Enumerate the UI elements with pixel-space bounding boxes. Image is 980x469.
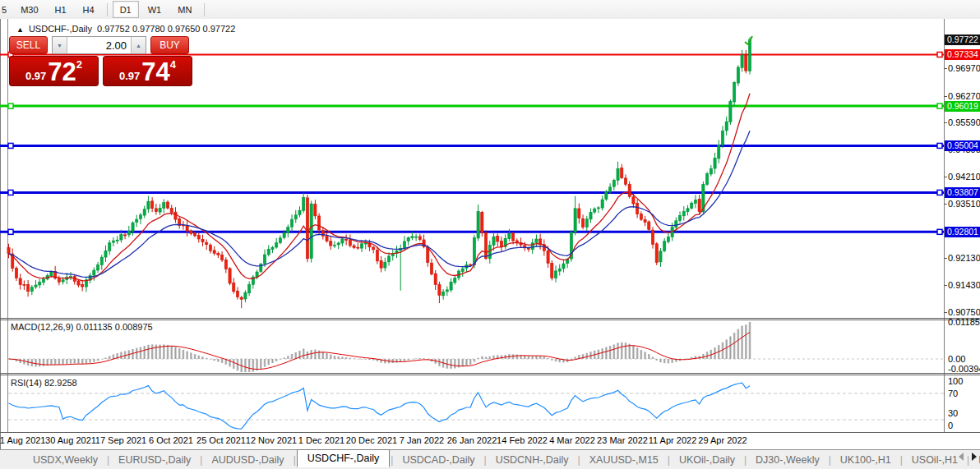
macd-label: MACD(12,26,9) 0.011135 0.008975: [11, 322, 153, 332]
buy-quote-box[interactable]: 0.97 74 4: [103, 56, 192, 86]
ohlc-low: 0.97650: [168, 24, 201, 34]
tab-divider: |: [829, 454, 831, 466]
tab-divider: |: [484, 454, 487, 466]
one-click-trade-panel: SELL ▼ 2.00 ▲ BUY 0.97 72 2 0.97 74 4: [9, 36, 195, 86]
date-axis-label: 1 Dec 2021: [298, 435, 344, 445]
tab-divider: |: [668, 454, 670, 466]
level-price-badge: 0.92801: [945, 227, 980, 237]
ohlc-high: 0.97780: [132, 24, 165, 34]
tab-divider: |: [900, 454, 903, 466]
current-price-badge: 0.97722: [945, 34, 980, 45]
timeframe-button-m30[interactable]: M30: [13, 1, 45, 18]
buy-price-main: 74: [141, 60, 169, 85]
rsi-axis-label: 70: [948, 389, 958, 398]
buy-price-prefix: 0.97: [119, 70, 140, 82]
chart-title: ▲USDCHF-,Daily 0.97752 0.97780 0.97650 0…: [16, 24, 235, 34]
tab-divider: |: [744, 454, 747, 466]
chart-symbol: USDCHF-,Daily: [29, 24, 92, 34]
rsi-pane-border: [0, 432, 980, 433]
chart-tab-dj30-weekly[interactable]: DJ30-,Weekly: [747, 452, 828, 468]
price-axis-tick: 0.96970: [948, 63, 980, 73]
timeframe-button-d1[interactable]: D1: [113, 1, 139, 18]
level-price-badge: 0.95004: [945, 140, 980, 151]
date-axis-label: 23 Mar 2022: [597, 435, 648, 445]
date-axis-label: 17 Sep 2021: [95, 435, 146, 445]
chart-tab-usdcnh-daily[interactable]: USDCNH-,Daily: [488, 452, 577, 468]
tab-scroll-left-icon[interactable]: [959, 453, 964, 461]
chart-tab-usoil-h1[interactable]: USOil-,H1: [904, 452, 966, 468]
rsi-axis-label: 100: [948, 376, 963, 386]
timeframe-button-h4[interactable]: H4: [76, 1, 102, 18]
date-axis-label: 14 Feb 2022: [497, 435, 548, 445]
timeframe-button-h1[interactable]: H1: [48, 1, 74, 18]
tab-divider: |: [200, 454, 202, 466]
mt4-terminal: 5M30H1H4D1W1MN ▲USDCHF-,Daily 0.97752 0.…: [0, 0, 980, 469]
rsi-axis-label: 30: [948, 408, 958, 418]
buy-button[interactable]: BUY: [150, 36, 189, 54]
chart-tab-uk100-h1[interactable]: UK100-,H1: [832, 452, 899, 468]
tab-divider: |: [578, 454, 580, 466]
macd-axis-label: 0.00: [948, 354, 965, 364]
sell-price-pip: 2: [76, 58, 82, 71]
chart-tab-usdx-weekly[interactable]: USDX,Weekly: [25, 452, 106, 468]
price-axis-tick: 0.91430: [948, 280, 980, 290]
timeframe-button-w1[interactable]: W1: [141, 1, 169, 18]
rsi-label: RSI(14) 82.9258: [11, 378, 77, 388]
chart-tab-bar: USDX,Weekly|EURUSD-,Daily|AUDUSD-,Daily|…: [0, 449, 980, 469]
sell-button[interactable]: SELL: [9, 36, 48, 54]
date-axis-label: 7 Jan 2022: [400, 435, 444, 445]
ohlc-open: 0.97752: [97, 24, 130, 34]
date-axis-label: 11 Aug 2021: [0, 435, 45, 445]
tab-divider: |: [391, 454, 393, 466]
date-axis-label: 20 Dec 2021: [346, 435, 397, 445]
date-axis-label: 6 Oct 2021: [149, 435, 193, 445]
level-price-badge: 0.97334: [945, 49, 980, 60]
price-axis-tick: 0.94210: [948, 172, 980, 182]
date-axis-label: 4 Mar 2022: [549, 435, 595, 445]
timeframe-button-mn[interactable]: MN: [170, 1, 199, 18]
tab-scroll-buttons: [959, 453, 977, 461]
volume-input[interactable]: 2.00: [67, 37, 131, 53]
date-axis-label: 26 Jan 2022: [447, 435, 497, 445]
toolbar-separator: [107, 3, 108, 16]
buy-price-pip: 4: [170, 58, 176, 71]
chart-tab-usdchf-daily[interactable]: USDCHF-,Daily: [297, 449, 391, 467]
sell-price-main: 72: [48, 60, 76, 85]
tab-divider: |: [107, 454, 109, 466]
price-axis-tick: 0.96270: [948, 91, 980, 101]
level-price-badge: 0.93807: [945, 187, 980, 198]
tab-divider: |: [294, 454, 296, 466]
sell-price-prefix: 0.97: [25, 70, 46, 82]
chart-tab-eurusd-daily[interactable]: EURUSD-,Daily: [110, 452, 199, 468]
volume-decrease-button[interactable]: ▼: [53, 37, 67, 53]
level-price-badge: 0.96019: [945, 101, 980, 112]
macd-axis-label: 0.011853: [948, 317, 980, 327]
sell-quote-box[interactable]: 0.97 72 2: [9, 56, 99, 86]
timeframe-toolbar: 5M30H1H4D1W1MN: [0, 0, 980, 20]
chart-tab-ukoil-daily[interactable]: UKOil-,Daily: [671, 452, 743, 468]
price-axis-tick: 0.90750: [948, 307, 980, 317]
chart-tab-xauusd-m15[interactable]: XAUUSD-,M15: [581, 452, 667, 468]
date-axis-label: 25 Oct 2021: [196, 435, 246, 445]
price-axis-tick: 0.92130: [948, 253, 980, 263]
toolbar-separator: [204, 3, 205, 16]
date-axis-label: 29 Apr 2022: [698, 435, 747, 445]
date-axis-label: 12 Nov 2021: [246, 435, 297, 445]
volume-stepper: ▼ 2.00 ▲: [52, 36, 146, 54]
chart-tab-usdcad-daily[interactable]: USDCAD-,Daily: [394, 452, 483, 468]
macd-axis-label: -0.00394: [948, 364, 980, 374]
tab-scroll-right-icon[interactable]: [972, 453, 977, 461]
chart-tab-audusd-daily[interactable]: AUDUSD-,Daily: [203, 452, 292, 468]
price-axis-tick: 0.93510: [948, 199, 980, 209]
price-axis-tick: 0.95590: [948, 117, 980, 127]
date-axis-label: 11 Apr 2022: [649, 435, 697, 445]
volume-increase-button[interactable]: ▲: [131, 37, 146, 53]
timeframe-button-5[interactable]: 5: [0, 1, 12, 18]
date-axis-label: 30 Aug 2021: [45, 435, 96, 445]
ohlc-close: 0.97722: [203, 24, 236, 34]
rsi-axis-label: 0: [948, 421, 953, 430]
collapse-triangle-icon[interactable]: ▲: [16, 25, 24, 34]
rsi-chart[interactable]: [0, 375, 980, 432]
